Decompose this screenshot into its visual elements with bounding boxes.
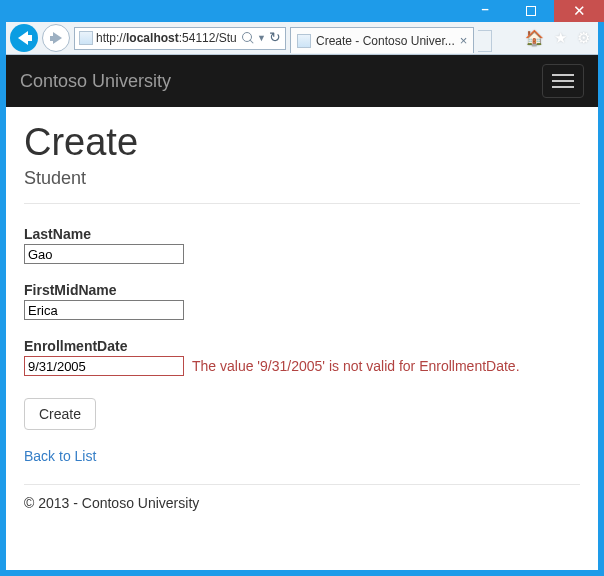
field-enrollmentdate: EnrollmentDate The value '9/31/2005' is … — [24, 338, 580, 376]
site-navbar: Contoso University — [6, 55, 598, 107]
page-heading: Create — [24, 121, 580, 164]
validation-error-enrollmentdate: The value '9/31/2005' is not valid for E… — [192, 358, 520, 374]
back-button[interactable] — [10, 24, 38, 52]
back-to-list-link[interactable]: Back to List — [24, 448, 580, 464]
window-close-button[interactable] — [554, 0, 604, 22]
address-dropdown-icon[interactable]: ▼ — [257, 33, 266, 43]
browser-chrome-icons: 🏠 ★ ⚙ — [525, 29, 594, 47]
page-subheading: Student — [24, 168, 580, 189]
new-tab-button[interactable] — [478, 30, 492, 52]
window-titlebar — [0, 0, 604, 22]
window-minimize-button[interactable] — [462, 0, 508, 22]
browser-window: http://localhost:54112/Stu ▼ ↻ Create - … — [0, 0, 604, 576]
divider — [24, 203, 580, 204]
settings-gear-icon[interactable]: ⚙ — [577, 29, 590, 47]
address-bar[interactable]: http://localhost:54112/Stu ▼ ↻ — [74, 27, 286, 50]
hamburger-bar-icon — [552, 86, 574, 88]
hamburger-bar-icon — [552, 74, 574, 76]
label-enrollmentdate: EnrollmentDate — [24, 338, 580, 354]
forward-button[interactable] — [42, 24, 70, 52]
navbar-brand[interactable]: Contoso University — [20, 71, 171, 92]
tab-favicon-icon — [297, 34, 311, 48]
browser-toolbar: http://localhost:54112/Stu ▼ ↻ Create - … — [6, 22, 598, 55]
input-enrollmentdate[interactable] — [24, 356, 184, 376]
hamburger-bar-icon — [552, 80, 574, 82]
label-firstmidname: FirstMidName — [24, 282, 580, 298]
favorites-icon[interactable]: ★ — [554, 29, 567, 47]
field-firstmidname: FirstMidName — [24, 282, 580, 320]
create-button[interactable]: Create — [24, 398, 96, 430]
tab-title: Create - Contoso Univer... — [316, 34, 455, 48]
input-lastname[interactable] — [24, 244, 184, 264]
footer-divider — [24, 484, 580, 485]
page-content: Create Student LastName FirstMidName Enr… — [6, 107, 598, 521]
navbar-toggle-button[interactable] — [542, 64, 584, 98]
browser-tab[interactable]: Create - Contoso Univer... × — [290, 27, 474, 53]
refresh-icon[interactable]: ↻ — [269, 29, 281, 45]
search-icon[interactable] — [242, 32, 254, 44]
label-lastname: LastName — [24, 226, 580, 242]
address-url: http://localhost:54112/Stu — [96, 31, 239, 45]
input-firstmidname[interactable] — [24, 300, 184, 320]
home-icon[interactable]: 🏠 — [525, 29, 544, 47]
tab-close-icon[interactable]: × — [460, 33, 468, 48]
field-lastname: LastName — [24, 226, 580, 264]
page-favicon-icon — [79, 31, 93, 45]
window-maximize-button[interactable] — [508, 0, 554, 22]
footer-text: © 2013 - Contoso University — [24, 495, 580, 511]
